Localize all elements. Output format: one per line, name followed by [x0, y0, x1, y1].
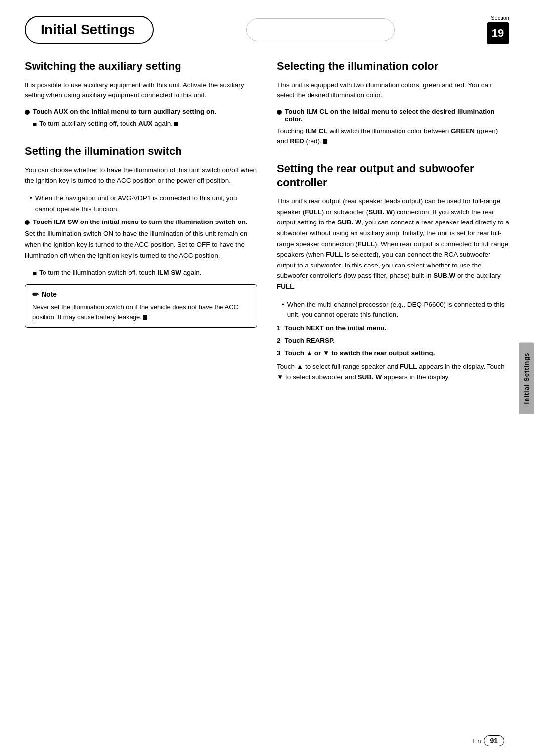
bullet-icon-ilm-sw — [25, 220, 30, 225]
step-3-detail: Touch ▲ to select full-range speaker and… — [277, 361, 509, 383]
round-bullet-ilm-nav: • When the navigation unit or AVG-VDP1 i… — [30, 193, 257, 214]
bullet-heading-ilm-sw: Touch ILM SW on the initial menu to turn… — [25, 218, 257, 225]
note-icon: ✏ — [32, 290, 39, 299]
note-title: ✏ Note — [32, 290, 250, 299]
section-badge: Section 19 — [487, 15, 509, 44]
step-2: 2 Touch REARSP. — [277, 337, 509, 344]
step-num-1: 1 — [277, 324, 281, 332]
footer-lang: En — [473, 737, 481, 745]
page: Initial Settings Section 19 Switching th… — [0, 0, 534, 756]
section-body-ilm-sw: You can choose whether to have the illum… — [25, 165, 257, 186]
sub-bullet-aux: ■ To turn auxiliary setting off, touch A… — [33, 118, 257, 130]
section-title-rear: Setting the rear output and subwoofer co… — [277, 162, 509, 190]
section-body-rear: This unit's rear output (rear speaker le… — [277, 196, 509, 292]
round-bullet-rear-multi: • When the multi-channel processor (e.g.… — [282, 299, 509, 320]
section-number: 19 — [487, 22, 509, 44]
header-center-decoration — [246, 18, 395, 41]
sub-bullet-dot-ilm-sw: ■ — [33, 268, 37, 279]
section-label: Section — [491, 15, 509, 21]
section-body-auxiliary: It is possible to use auxiliary equipmen… — [25, 80, 257, 101]
page-title: Initial Settings — [25, 16, 154, 44]
sub-bullet-dot-aux: ■ — [33, 119, 37, 130]
main-content: Switching the auxiliary setting It is po… — [25, 59, 509, 398]
sub-bullet-ilm-sw: ■ To turn the illumination switch off, t… — [33, 267, 257, 279]
end-marker-ilm-cl — [323, 139, 327, 144]
header: Initial Settings Section 19 — [25, 15, 509, 44]
round-bullet-dot-ilm-nav: • — [30, 193, 32, 214]
section-ilm-color: Selecting the illumination color This un… — [277, 59, 509, 147]
bullet-icon-aux — [25, 110, 30, 115]
bullet-icon-ilm-cl — [277, 110, 282, 115]
section-rear-output: Setting the rear output and subwoofer co… — [277, 162, 509, 383]
section-title-ilm-color: Selecting the illumination color — [277, 59, 509, 74]
section-title-auxiliary: Switching the auxiliary setting — [25, 59, 257, 74]
end-marker-aux — [174, 122, 178, 126]
bullet-heading-aux: Touch AUX on the initial menu to turn au… — [25, 108, 257, 115]
step-num-2: 2 — [277, 337, 281, 344]
ilm-cl-detail: Touching ILM CL will switch the illumina… — [277, 126, 509, 147]
section-illumination-switch: Setting the illumination switch You can … — [25, 144, 257, 328]
section-body-ilm-color: This unit is equipped with two illuminat… — [277, 80, 509, 101]
step-label-1: Touch NEXT on the initial menu. — [285, 324, 387, 332]
footer-page: 91 — [484, 735, 504, 746]
section-title-ilm-sw: Setting the illumination switch — [25, 144, 257, 159]
section-switching-auxiliary: Switching the auxiliary setting It is po… — [25, 59, 257, 130]
left-column: Switching the auxiliary setting It is po… — [25, 59, 257, 398]
step-label-2: Touch REARSP. — [285, 337, 335, 344]
step-num-3: 3 — [277, 349, 281, 356]
round-bullet-dot-rear-multi: • — [282, 299, 284, 320]
right-column: Selecting the illumination color This un… — [277, 59, 509, 398]
note-box-ilm: ✏ Note Never set the illumination switch… — [25, 284, 257, 328]
bullet-heading-ilm-cl: Touch ILM CL on the initial menu to sele… — [277, 108, 509, 123]
footer: En 91 — [473, 735, 504, 746]
end-marker-note — [143, 315, 147, 320]
step-1: 1 Touch NEXT on the initial menu. — [277, 324, 509, 332]
note-text: Never set the illumination switch on if … — [32, 302, 250, 323]
step-3: 3 Touch ▲ or ▼ to switch the rear output… — [277, 349, 509, 356]
step-label-3: Touch ▲ or ▼ to switch the rear output s… — [285, 349, 435, 356]
ilm-sw-detail: Set the illumination switch ON to have t… — [25, 228, 257, 261]
side-tab: Initial Settings — [519, 342, 534, 414]
